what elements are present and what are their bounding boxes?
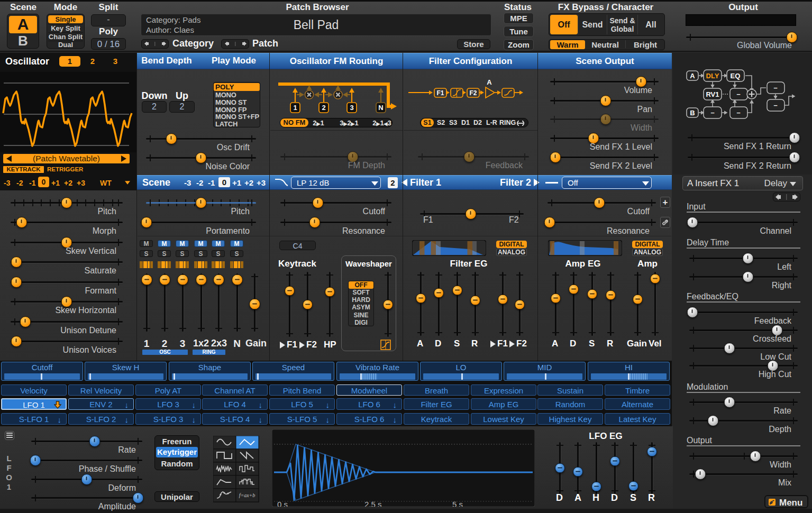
svg-text:3: 3 xyxy=(350,104,353,112)
svg-text:RV1: RV1 xyxy=(706,90,719,98)
svg-text:A: A xyxy=(690,72,695,80)
svg-text:2: 2 xyxy=(322,104,325,112)
svg-text:EQ: EQ xyxy=(731,72,741,80)
svg-text:5 s: 5 s xyxy=(452,500,463,507)
svg-text:F1: F1 xyxy=(436,89,444,97)
svg-text:f=ax+b: f=ax+b xyxy=(239,492,256,498)
svg-text:A: A xyxy=(487,78,492,86)
svg-text:–: – xyxy=(773,101,777,109)
svg-text:0 s: 0 s xyxy=(277,500,288,507)
svg-text:1: 1 xyxy=(293,104,297,112)
svg-text:DLY: DLY xyxy=(706,72,719,80)
svg-text:N: N xyxy=(378,104,383,112)
svg-text:B: B xyxy=(690,109,695,117)
svg-text:–: – xyxy=(736,108,740,116)
svg-text:–: – xyxy=(773,84,777,91)
svg-text:2.5 s: 2.5 s xyxy=(364,500,382,507)
svg-text:–: – xyxy=(736,90,740,98)
svg-text:–: – xyxy=(710,108,714,116)
svg-text:F2: F2 xyxy=(469,89,477,97)
